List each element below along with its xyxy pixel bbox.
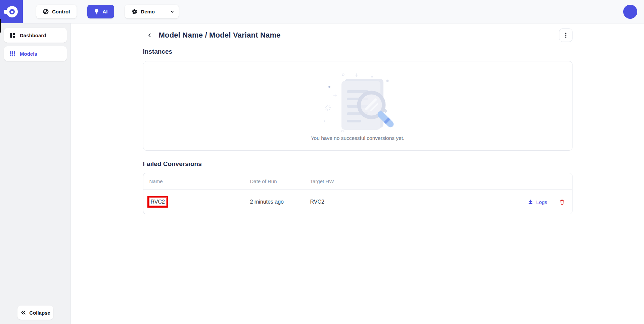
failed-conversions-table: Name Date of Run Target HW RVC2 2 minute… <box>143 173 572 214</box>
top-navigation: Control AI Demo <box>36 5 179 18</box>
table-header: Name Date of Run Target HW <box>143 173 572 190</box>
window-edge-artifact <box>0 19 1 33</box>
user-avatar[interactable] <box>623 5 637 19</box>
sidebar-item-dashboard[interactable]: Dashboard <box>4 28 67 43</box>
back-button[interactable] <box>146 31 154 39</box>
grid-dots-icon <box>10 51 15 57</box>
column-header-date: Date of Run <box>250 178 310 184</box>
cell-name: RVC2 <box>149 198 250 206</box>
divider <box>163 7 163 16</box>
control-button[interactable]: Control <box>36 5 77 18</box>
kebab-menu-icon <box>565 33 566 38</box>
ai-label: AI <box>102 9 107 14</box>
table-row[interactable]: RVC2 2 minutes ago RVC2 Logs <box>143 190 572 214</box>
collapse-label: Collapse <box>29 310 50 316</box>
more-menu-button[interactable] <box>559 29 572 42</box>
gear-icon <box>132 9 137 14</box>
column-header-target-hw: Target HW <box>310 178 510 184</box>
conversion-name[interactable]: RVC2 <box>151 199 165 205</box>
empty-state-text: You have no successful conversions yet. <box>311 135 405 141</box>
page-title: Model Name / Model Variant Name <box>159 31 281 40</box>
control-label: Control <box>52 9 70 14</box>
logs-label: Logs <box>536 199 547 205</box>
demo-button[interactable]: Demo <box>125 5 179 18</box>
lightbulb-icon <box>94 9 99 14</box>
brand-logo[interactable] <box>0 0 23 23</box>
dashboard-icon <box>10 33 15 38</box>
chevron-down-icon <box>170 9 175 14</box>
failed-conversions-heading: Failed Conversions <box>143 160 572 168</box>
trash-icon <box>559 199 565 205</box>
chevron-left-icon <box>147 33 152 38</box>
sidebar-item-label: Dashboard <box>20 33 46 38</box>
double-chevron-left-icon <box>20 310 26 315</box>
demo-dropdown-toggle[interactable] <box>167 5 179 18</box>
main-content: Model Name / Model Variant Name Instance… <box>71 23 644 324</box>
logs-link[interactable]: Logs <box>510 199 547 205</box>
annotation-highlight: RVC2 <box>149 198 167 206</box>
collapse-button[interactable]: Collapse <box>17 306 53 320</box>
aperture-icon <box>43 9 49 14</box>
cell-date-of-run: 2 minutes ago <box>250 199 310 205</box>
topbar: Control AI Demo <box>0 0 644 23</box>
page-header: Model Name / Model Variant Name <box>143 29 572 42</box>
column-header-name: Name <box>149 178 250 184</box>
app-screen: Control AI Demo <box>0 0 644 324</box>
sidebar-item-label: Models <box>20 51 37 57</box>
instances-heading: Instances <box>143 48 572 55</box>
sidebar-item-models[interactable]: Models <box>4 46 67 61</box>
ai-button[interactable]: AI <box>87 5 114 18</box>
sidebar: Dashboard Models Collapse <box>0 23 71 324</box>
delete-button[interactable] <box>558 198 566 206</box>
download-icon <box>528 199 533 205</box>
cell-target-hw: RVC2 <box>310 199 510 205</box>
demo-label: Demo <box>141 9 155 14</box>
document-search-illustration <box>322 71 394 134</box>
instances-panel: You have no successful conversions yet. <box>143 61 572 151</box>
